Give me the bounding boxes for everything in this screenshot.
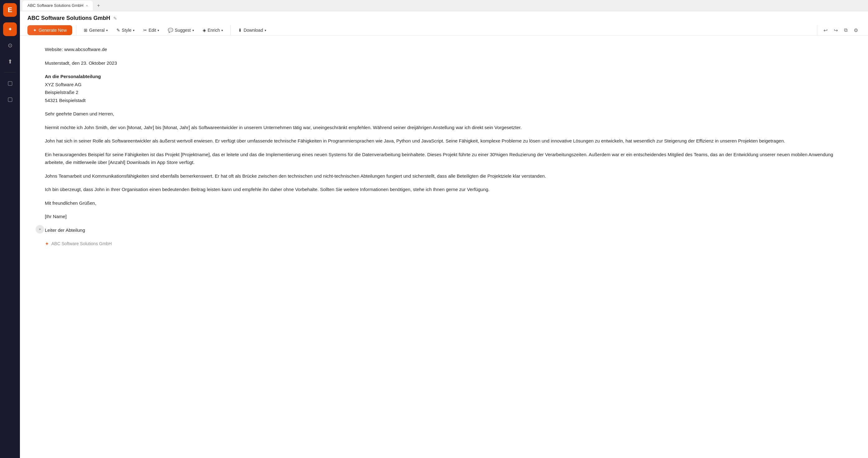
- generate-star-icon: ✦: [33, 28, 37, 33]
- suggest-chevron-icon: ▾: [192, 29, 194, 32]
- paragraph-2: John hat sich in seiner Rolle als Softwa…: [45, 137, 843, 145]
- suggest-icon: 💬: [168, 28, 173, 33]
- toolbar: ✦ Generate New ⊞ General ▾ ✎ Style ▾ ✂ E…: [27, 25, 861, 35]
- recipient-street: Beispielstraße 2: [45, 90, 79, 95]
- website-line: Website: www.abcsoftware.de: [45, 45, 843, 54]
- enrich-label: Enrich: [208, 28, 220, 33]
- bookmark-icon: ⊙: [8, 42, 12, 49]
- paragraph-1: hiermit möchte ich John Smith, der von […: [45, 124, 843, 132]
- footer-company: ABC Software Solutions GmbH: [51, 240, 112, 248]
- doc-title-row: ABC Software Solutions GmbH ✎: [27, 15, 861, 22]
- redo-icon: ↪: [834, 28, 838, 33]
- suggest-dropdown-button[interactable]: 💬 Suggest ▾: [164, 26, 197, 35]
- edit-dropdown-button[interactable]: ✂ Edit ▾: [140, 26, 163, 35]
- generate-label: Generate New: [39, 28, 67, 33]
- copy-icon: ⧉: [844, 27, 847, 33]
- doc-content: Website: www.abcsoftware.de Musterstadt,…: [20, 35, 868, 458]
- browser-tab[interactable]: ABC Software Solutions GmbH ×: [23, 1, 93, 10]
- recipient-company: XYZ Software AG: [45, 82, 82, 87]
- edit-chevron-icon: ▾: [158, 29, 159, 32]
- download-icon: ⬇: [238, 28, 242, 33]
- style-chevron-icon: ▾: [133, 29, 134, 32]
- star-icon: ✦: [8, 26, 12, 33]
- style-dropdown-button[interactable]: ✎ Style ▾: [113, 26, 138, 35]
- toolbar-separator-2: [230, 25, 231, 35]
- folder2-sidebar-button[interactable]: ▢: [3, 92, 17, 106]
- ai-sidebar-button[interactable]: ✦: [3, 23, 17, 36]
- folder1-sidebar-button[interactable]: ▢: [3, 76, 17, 90]
- enrich-icon: ◈: [203, 28, 206, 33]
- edit-title-icon[interactable]: ✎: [113, 16, 117, 21]
- tab-label: ABC Software Solutions GmbH: [27, 3, 84, 8]
- tab-close-icon[interactable]: ×: [86, 4, 88, 7]
- date-line: Musterstadt, den 23. Oktober 2023: [45, 59, 843, 67]
- style-icon: ✎: [117, 28, 120, 33]
- enrich-dropdown-button[interactable]: ◈ Enrich ▾: [199, 26, 227, 35]
- edit-label: Edit: [149, 28, 156, 33]
- upload-sidebar-button[interactable]: ⬆: [3, 55, 17, 68]
- toolbar-separator-1: [76, 25, 76, 35]
- settings-icon: ⚙: [854, 28, 858, 33]
- paragraph-4: Johns Teamarbeit und Kommunikationsfähig…: [45, 172, 843, 180]
- collapse-icon: »: [39, 227, 41, 231]
- toolbar-separator-3: [817, 25, 817, 35]
- generate-new-button[interactable]: ✦ Generate New: [27, 25, 72, 35]
- paragraph-5: Ich bin überzeugt, dass John in Ihrer Or…: [45, 186, 843, 194]
- paragraph-3: Ein herausragendes Beispiel für seine Fä…: [45, 151, 843, 166]
- download-dropdown-button[interactable]: ⬇ Download ▾: [235, 26, 270, 35]
- general-icon: ⊞: [84, 28, 88, 33]
- doc-header: ABC Software Solutions GmbH ✎ ✦ Generate…: [20, 11, 868, 35]
- download-chevron-icon: ▾: [265, 29, 266, 32]
- style-label: Style: [122, 28, 131, 33]
- enrich-chevron-icon: ▾: [221, 29, 223, 32]
- undo-button[interactable]: ↩: [821, 26, 830, 35]
- settings-button[interactable]: ⚙: [851, 26, 861, 35]
- recipient-block: An die Personalabteilung XYZ Software AG…: [45, 72, 843, 104]
- app-logo[interactable]: E: [3, 3, 17, 17]
- recipient-city: 54321 Beispielstadt: [45, 98, 86, 103]
- main-area: ABC Software Solutions GmbH × + ABC Soft…: [20, 0, 868, 458]
- recipient-heading: An die Personalabteilung: [45, 74, 101, 79]
- toolbar-right-group: ↩ ↪ ⧉ ⚙: [814, 25, 861, 35]
- doc-title: ABC Software Solutions GmbH: [27, 15, 110, 22]
- doc-footer: ✦ ABC Software Solutions GmbH: [45, 239, 843, 248]
- tab-bar: ABC Software Solutions GmbH × +: [20, 0, 868, 11]
- undo-icon: ↩: [824, 28, 828, 33]
- redo-button[interactable]: ↪: [831, 26, 840, 35]
- general-label: General: [89, 28, 104, 33]
- sidebar-collapse-button[interactable]: »: [36, 225, 43, 233]
- edit-icon: ✂: [143, 28, 147, 33]
- sidebar: E ✦ ⊙ ⬆ ▢ ▢: [0, 0, 20, 458]
- closing: Mit freundlichen Grüßen,: [45, 199, 843, 207]
- sidebar-divider: [4, 72, 16, 72]
- general-chevron-icon: ▾: [106, 29, 108, 32]
- footer-sparkle-icon: ✦: [45, 239, 49, 248]
- saved-sidebar-button[interactable]: ⊙: [3, 39, 17, 52]
- logo-icon: E: [8, 6, 12, 14]
- name-placeholder: [Ihr Name]: [45, 212, 843, 221]
- upload-icon: ⬆: [8, 58, 12, 65]
- suggest-label: Suggest: [175, 28, 190, 33]
- copy-button[interactable]: ⧉: [841, 26, 850, 35]
- download-label: Download: [244, 28, 263, 33]
- general-dropdown-button[interactable]: ⊞ General ▾: [80, 26, 112, 35]
- title-line: Leiter der Abteilung: [45, 226, 843, 234]
- folder2-icon: ▢: [7, 96, 13, 103]
- folder1-icon: ▢: [7, 80, 13, 87]
- salutation: Sehr geehrte Damen und Herren,: [45, 110, 843, 118]
- tab-add-button[interactable]: +: [94, 1, 103, 10]
